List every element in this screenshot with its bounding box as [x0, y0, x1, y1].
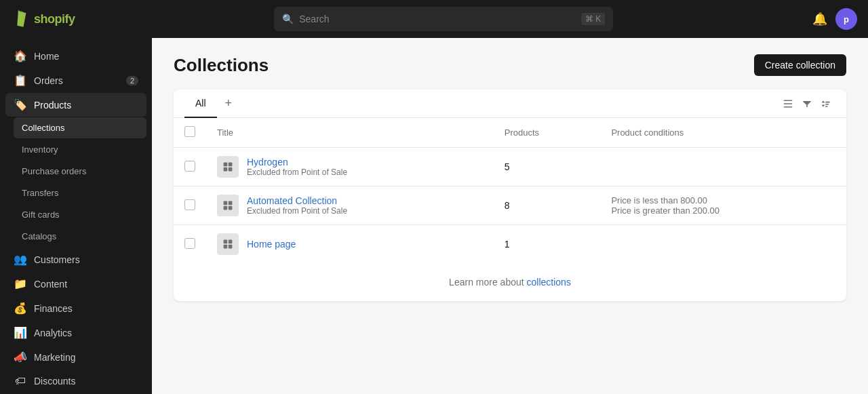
- sidebar: 🏠 Home 📋 Orders 2 🏷️ Products Collection…: [0, 0, 152, 394]
- catalogs-label: Catalogs: [22, 231, 56, 241]
- row-products-cell: 1: [494, 225, 601, 264]
- row-title-cell: Hydrogen Excluded from Point of Sale: [206, 148, 494, 186]
- collections-table-card: All +: [174, 90, 846, 301]
- purchase-orders-label: Purchase orders: [22, 166, 86, 176]
- sidebar-item-marketing[interactable]: 📣 Marketing: [5, 345, 146, 369]
- search-shortcut: ⌘ K: [581, 13, 605, 25]
- sidebar-item-analytics[interactable]: 📊 Analytics: [5, 321, 146, 344]
- sidebar-item-gift-cards[interactable]: Gift cards: [14, 204, 146, 225]
- sidebar-item-inventory[interactable]: Inventory: [14, 139, 146, 160]
- collection-name[interactable]: Automated Collection: [247, 195, 347, 206]
- customers-icon: 👥: [14, 253, 27, 266]
- page-content: Collections Create collection All +: [152, 38, 868, 317]
- svg-rect-7: [224, 201, 228, 205]
- view-options-icon[interactable]: [778, 94, 797, 113]
- orders-icon: 📋: [14, 74, 27, 87]
- topbar: shopify 🔍 ⌘ K 🔔 p: [0, 0, 868, 38]
- collection-text: Automated Collection Excluded from Point…: [247, 195, 347, 216]
- home-icon: 🏠: [14, 50, 27, 62]
- table-row[interactable]: Hydrogen Excluded from Point of Sale 5: [174, 148, 846, 186]
- search-bar[interactable]: 🔍 ⌘ K: [274, 7, 613, 31]
- sidebar-item-orders[interactable]: 📋 Orders 2: [5, 68, 146, 92]
- orders-badge: 2: [126, 76, 138, 85]
- collection-info: Hydrogen Excluded from Point of Sale: [217, 156, 483, 178]
- sidebar-item-finances[interactable]: 💰 Finances: [5, 296, 146, 320]
- table-tabs: All +: [174, 90, 846, 118]
- row-checkbox-cell: [174, 148, 206, 186]
- page-header: Collections Create collection: [174, 54, 846, 76]
- collection-subtitle: Excluded from Point of Sale: [247, 168, 347, 177]
- collection-icon: [217, 156, 239, 178]
- svg-rect-2: [784, 106, 793, 108]
- svg-rect-13: [224, 245, 228, 249]
- select-all-checkbox[interactable]: [184, 126, 195, 137]
- collection-info: Home page: [217, 233, 483, 255]
- search-input[interactable]: [299, 14, 576, 24]
- collection-name[interactable]: Home page: [247, 239, 296, 250]
- sidebar-item-marketing-label: Marketing: [34, 352, 75, 363]
- tab-all[interactable]: All: [184, 90, 217, 118]
- svg-rect-0: [784, 100, 793, 101]
- table-row[interactable]: Home page 1: [174, 225, 846, 264]
- row-checkbox[interactable]: [184, 199, 195, 210]
- sidebar-item-content[interactable]: 📁 Content: [5, 272, 146, 296]
- notifications-icon[interactable]: 🔔: [812, 12, 827, 26]
- row-checkbox[interactable]: [184, 161, 195, 172]
- app-logo[interactable]: shopify: [11, 9, 75, 28]
- learn-more-link[interactable]: collections: [527, 277, 571, 288]
- inventory-label: Inventory: [22, 144, 58, 155]
- header-products: Products: [494, 118, 601, 148]
- sidebar-item-catalogs[interactable]: Catalogs: [14, 226, 146, 247]
- create-collection-button[interactable]: Create collection: [754, 54, 846, 76]
- row-conditions-cell: [600, 148, 846, 186]
- row-conditions-cell: Price is less than 800.00Price is greate…: [600, 186, 846, 225]
- row-conditions-cell: [600, 225, 846, 264]
- sidebar-item-customers-label: Customers: [34, 254, 80, 265]
- collection-info: Automated Collection Excluded from Point…: [217, 195, 483, 216]
- topbar-right: 🔔 p: [812, 8, 857, 30]
- svg-rect-11: [224, 240, 228, 244]
- sidebar-item-products[interactable]: 🏷️ Products: [5, 93, 146, 117]
- learn-more-section: Learn more about collections: [174, 263, 846, 301]
- products-icon: 🏷️: [14, 98, 27, 111]
- tab-add-button[interactable]: +: [217, 91, 241, 116]
- sidebar-item-products-label: Products: [34, 100, 71, 111]
- svg-rect-12: [229, 240, 233, 244]
- marketing-icon: 📣: [14, 351, 27, 363]
- filter-icon[interactable]: [797, 94, 816, 113]
- main-content: Collections Create collection All +: [152, 0, 868, 394]
- sidebar-item-analytics-label: Analytics: [34, 328, 72, 338]
- logo-text: shopify: [34, 12, 75, 26]
- sidebar-item-discounts-label: Discounts: [34, 376, 75, 387]
- header-checkbox-col: [174, 118, 206, 148]
- sidebar-products-submenu: Collections Inventory Purchase orders Tr…: [0, 117, 152, 247]
- sidebar-item-home-label: Home: [34, 51, 59, 62]
- row-checkbox-cell: [174, 225, 206, 264]
- collection-subtitle: Excluded from Point of Sale: [247, 206, 347, 216]
- sidebar-item-purchase-orders[interactable]: Purchase orders: [14, 161, 146, 182]
- sort-icon[interactable]: [816, 94, 835, 113]
- sidebar-item-collections[interactable]: Collections: [14, 117, 146, 138]
- sidebar-item-home[interactable]: 🏠 Home: [5, 44, 146, 68]
- row-title-cell: Home page: [206, 225, 494, 264]
- sidebar-item-orders-label: Orders: [34, 75, 63, 86]
- svg-rect-14: [229, 245, 233, 249]
- page-title: Collections: [174, 55, 269, 76]
- row-products-cell: 8: [494, 186, 601, 225]
- avatar[interactable]: p: [835, 8, 857, 30]
- svg-rect-4: [229, 163, 233, 167]
- sidebar-item-transfers[interactable]: Transfers: [14, 182, 146, 203]
- row-checkbox[interactable]: [184, 238, 195, 249]
- table-row[interactable]: Automated Collection Excluded from Point…: [174, 186, 846, 225]
- collection-text: Hydrogen Excluded from Point of Sale: [247, 157, 347, 177]
- collections-table: Title Products Product conditions: [174, 118, 846, 263]
- sidebar-item-discounts[interactable]: 🏷 Discounts: [5, 370, 146, 393]
- sidebar-item-customers[interactable]: 👥 Customers: [5, 248, 146, 271]
- transfers-label: Transfers: [22, 188, 58, 198]
- table-body: Hydrogen Excluded from Point of Sale 5: [174, 148, 846, 264]
- collection-name[interactable]: Hydrogen: [247, 157, 347, 168]
- collection-icon: [217, 195, 239, 216]
- svg-rect-6: [229, 168, 233, 172]
- table-header-row: Title Products Product conditions: [174, 118, 846, 148]
- svg-rect-9: [224, 206, 228, 210]
